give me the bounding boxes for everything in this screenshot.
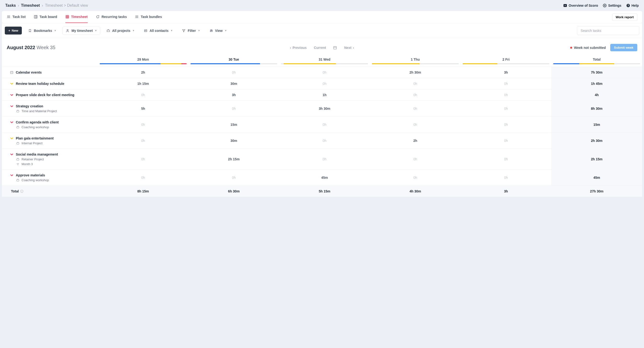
status-dot-icon <box>570 47 572 49</box>
time-cell[interactable]: 2h <box>98 67 188 78</box>
time-cell[interactable]: 0h <box>279 78 370 89</box>
chevron-left-icon: ‹ <box>290 46 291 50</box>
row-total-cell: 2h 15m <box>551 148 642 170</box>
breadcrumb-section[interactable]: Timesheet <box>21 3 40 8</box>
time-cell[interactable]: 30m <box>188 132 279 148</box>
task-row-label[interactable]: Approve materialsCoaching workshop <box>2 170 98 186</box>
settings-link[interactable]: Settings <box>603 4 621 8</box>
search-input[interactable] <box>577 26 639 35</box>
submit-week-button[interactable]: Submit week <box>610 44 637 51</box>
next-label: Next <box>344 46 352 50</box>
time-cell[interactable]: 3h 30m <box>279 100 370 116</box>
time-cell[interactable]: 0h <box>98 89 188 100</box>
time-cell[interactable]: 0h <box>279 148 370 170</box>
prev-week-button[interactable]: ‹ Previous <box>290 46 307 50</box>
next-week-button[interactable]: Next › <box>344 46 354 50</box>
time-cell[interactable]: 0h <box>461 78 552 89</box>
view-dropdown[interactable]: View ▼ <box>206 27 230 34</box>
time-cell[interactable]: 3h <box>461 67 552 78</box>
svg-point-1 <box>604 5 605 6</box>
time-cell[interactable]: 0h <box>98 170 188 186</box>
time-cell[interactable]: 0h <box>461 148 552 170</box>
tab-tasklist[interactable]: Task list <box>7 11 26 23</box>
task-row-label[interactable]: Review team holiday schedule <box>2 78 98 89</box>
time-cell[interactable]: 2h 15m <box>188 148 279 170</box>
new-button[interactable]: + New <box>5 26 22 34</box>
time-cell[interactable]: 3h <box>188 89 279 100</box>
tab-taskboard[interactable]: Task board <box>34 11 57 23</box>
task-subtitle: Internal Project <box>22 142 42 145</box>
priority-chevron-icon <box>10 93 14 96</box>
filter-dropdown[interactable]: Filter ▼ <box>179 27 203 34</box>
time-cell[interactable]: 0h <box>370 89 461 100</box>
overview-link[interactable]: Overview of Scoro <box>563 4 598 8</box>
footer-day-total: 4h 30m <box>370 186 461 197</box>
time-cell[interactable]: 0h <box>370 78 461 89</box>
time-cell[interactable]: 0h <box>98 132 188 148</box>
help-link[interactable]: ? Help <box>626 4 639 8</box>
time-cell[interactable]: 5h <box>98 100 188 116</box>
time-cell[interactable]: 0h <box>188 67 279 78</box>
task-subtitle: Month 3 <box>22 162 33 166</box>
time-cell[interactable]: 30m <box>188 78 279 89</box>
time-cell[interactable]: 0h <box>279 67 370 78</box>
task-row-label[interactable]: Social media managementRetainer ProjectM… <box>2 148 98 170</box>
calendar-picker-button[interactable] <box>333 46 337 50</box>
time-cell[interactable]: 0h <box>279 132 370 148</box>
time-cell[interactable]: 0h <box>370 148 461 170</box>
task-row-label[interactable]: Calendar events <box>2 67 98 78</box>
bookmarks-dropdown[interactable]: Bookmarks ▼ <box>25 27 59 34</box>
briefcase-icon <box>16 110 20 113</box>
time-cell[interactable]: 0h <box>461 89 552 100</box>
sliders-icon <box>210 29 213 32</box>
svg-point-18 <box>67 29 68 30</box>
tab-bundles[interactable]: Task bundles <box>135 11 162 23</box>
time-cell[interactable]: 15m <box>188 116 279 132</box>
time-cell[interactable]: 0h <box>461 132 552 148</box>
time-cell[interactable]: 0h <box>370 100 461 116</box>
allcontacts-dropdown[interactable]: All contacts ▼ <box>141 27 176 34</box>
svg-point-47 <box>22 190 22 191</box>
time-cell[interactable]: 45m <box>279 170 370 186</box>
priority-chevron-icon <box>10 104 14 108</box>
work-report-button[interactable]: Work report <box>612 14 637 21</box>
day-activity-bar <box>551 63 642 67</box>
svg-point-29 <box>212 30 212 31</box>
time-cell[interactable]: 0h <box>370 170 461 186</box>
task-row-label[interactable]: Strategy creationTime and Material Proje… <box>2 100 98 116</box>
contacts-icon <box>144 29 148 32</box>
mytimesheet-dropdown[interactable]: My timesheet ▼ <box>62 26 100 35</box>
user-icon <box>66 29 70 32</box>
allprojects-dropdown[interactable]: All projects ▼ <box>104 27 138 34</box>
time-cell[interactable]: 0h <box>461 170 552 186</box>
info-icon <box>20 190 24 193</box>
task-row-label[interactable]: Confirm agenda with clientCoaching works… <box>2 116 98 132</box>
tab-timesheet[interactable]: Timesheet <box>66 11 88 23</box>
time-cell[interactable]: 0h <box>98 116 188 132</box>
priority-chevron-icon <box>10 82 14 85</box>
current-week-button[interactable]: Current <box>314 46 326 50</box>
time-cell[interactable]: 0h <box>279 116 370 132</box>
allprojects-label: All projects <box>112 29 130 32</box>
task-row-label[interactable]: Plan gala entertainmentInternal Project <box>2 132 98 148</box>
briefcase-icon <box>106 29 110 32</box>
footer-day-total: 3h <box>461 186 552 197</box>
time-cell[interactable]: 0h <box>98 148 188 170</box>
time-cell[interactable]: 2h <box>370 132 461 148</box>
time-cell[interactable]: 0h <box>461 116 552 132</box>
time-cell[interactable]: 0h <box>370 116 461 132</box>
day-activity-bar <box>370 63 461 67</box>
time-cell[interactable]: 0h <box>188 170 279 186</box>
time-cell[interactable]: 1h <box>279 89 370 100</box>
time-cell[interactable]: 0h <box>461 100 552 116</box>
recurring-icon <box>96 15 100 19</box>
breadcrumb-root[interactable]: Tasks <box>5 3 16 8</box>
row-total-cell: 45m <box>551 170 642 186</box>
task-title: Review team holiday schedule <box>16 82 64 86</box>
time-cell[interactable]: 1h 15m <box>98 78 188 89</box>
time-cell[interactable]: 2h 30m <box>370 67 461 78</box>
time-cell[interactable]: 0h <box>188 100 279 116</box>
tab-recurring[interactable]: Recurring tasks <box>96 11 127 23</box>
task-row-label[interactable]: Prepare slide deck for client meeting <box>2 89 98 100</box>
prev-label: Previous <box>292 46 307 50</box>
